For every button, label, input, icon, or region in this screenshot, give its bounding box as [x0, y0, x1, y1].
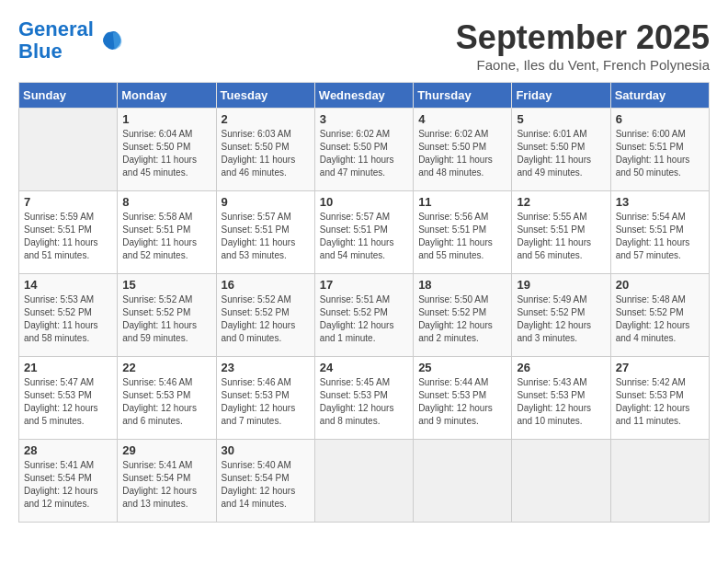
logo-icon: [97, 28, 123, 53]
day-number: 6: [616, 112, 704, 126]
day-info: Sunrise: 5:47 AMSunset: 5:53 PMDaylight:…: [24, 376, 112, 428]
day-number: 10: [320, 195, 408, 209]
day-info: Sunrise: 5:41 AMSunset: 5:54 PMDaylight:…: [122, 459, 210, 511]
calendar-day-cell: 5Sunrise: 6:01 AMSunset: 5:50 PMDaylight…: [512, 109, 610, 191]
day-info: Sunrise: 5:52 AMSunset: 5:52 PMDaylight:…: [222, 293, 310, 345]
title-block: September 2025 Faone, Iles du Vent, Fren…: [456, 18, 710, 73]
day-info: Sunrise: 5:44 AMSunset: 5:53 PMDaylight:…: [418, 376, 506, 428]
day-info: Sunrise: 5:54 AMSunset: 5:51 PMDaylight:…: [616, 211, 704, 262]
calendar-day-cell: 29Sunrise: 5:41 AMSunset: 5:54 PMDayligh…: [118, 440, 216, 523]
calendar-day-cell: 10Sunrise: 5:57 AMSunset: 5:51 PMDayligh…: [314, 191, 413, 274]
calendar-day-cell: 2Sunrise: 6:03 AMSunset: 5:50 PMDaylight…: [216, 109, 314, 191]
calendar-day-cell: 14Sunrise: 5:53 AMSunset: 5:52 PMDayligh…: [19, 274, 118, 357]
weekday-header: Thursday: [414, 83, 512, 109]
calendar-day-cell: [19, 109, 118, 191]
calendar-day-cell: 23Sunrise: 5:46 AMSunset: 5:53 PMDayligh…: [216, 357, 314, 440]
logo: General Blue: [18, 18, 123, 63]
calendar-day-cell: 30Sunrise: 5:40 AMSunset: 5:54 PMDayligh…: [216, 440, 314, 523]
calendar-day-cell: 3Sunrise: 6:02 AMSunset: 5:50 PMDaylight…: [314, 109, 413, 191]
calendar-day-cell: 28Sunrise: 5:41 AMSunset: 5:54 PMDayligh…: [19, 440, 118, 523]
day-number: 25: [418, 361, 506, 374]
calendar-day-cell: 22Sunrise: 5:46 AMSunset: 5:53 PMDayligh…: [118, 357, 216, 440]
page-header: General Blue September 2025 Faone, Iles …: [18, 18, 710, 73]
day-info: Sunrise: 5:49 AMSunset: 5:52 PMDaylight:…: [517, 293, 605, 345]
day-number: 8: [122, 195, 210, 209]
day-number: 26: [517, 361, 605, 374]
calendar-day-cell: 13Sunrise: 5:54 AMSunset: 5:51 PMDayligh…: [610, 191, 709, 274]
calendar-day-cell: 24Sunrise: 5:45 AMSunset: 5:53 PMDayligh…: [314, 357, 413, 440]
weekday-header: Sunday: [19, 83, 118, 109]
location-subtitle: Faone, Iles du Vent, French Polynesia: [456, 57, 710, 73]
calendar-day-cell: 9Sunrise: 5:57 AMSunset: 5:51 PMDaylight…: [216, 191, 314, 274]
weekday-header: Monday: [118, 83, 216, 109]
calendar-day-cell: 11Sunrise: 5:56 AMSunset: 5:51 PMDayligh…: [414, 191, 512, 274]
calendar-day-cell: 21Sunrise: 5:47 AMSunset: 5:53 PMDayligh…: [19, 357, 118, 440]
weekday-header: Friday: [512, 83, 610, 109]
day-number: 7: [24, 195, 112, 209]
calendar-week-row: 1Sunrise: 6:04 AMSunset: 5:50 PMDaylight…: [19, 109, 710, 191]
day-info: Sunrise: 5:57 AMSunset: 5:51 PMDaylight:…: [222, 211, 310, 262]
day-info: Sunrise: 6:02 AMSunset: 5:50 PMDaylight:…: [418, 128, 506, 179]
calendar-day-cell: 4Sunrise: 6:02 AMSunset: 5:50 PMDaylight…: [414, 109, 512, 191]
day-number: 9: [222, 195, 310, 209]
calendar-day-cell: 16Sunrise: 5:52 AMSunset: 5:52 PMDayligh…: [216, 274, 314, 357]
calendar-day-cell: [414, 440, 512, 523]
day-number: 20: [616, 278, 704, 292]
day-number: 4: [418, 112, 506, 126]
day-info: Sunrise: 5:51 AMSunset: 5:52 PMDaylight:…: [320, 293, 408, 345]
weekday-header: Saturday: [610, 83, 709, 109]
day-info: Sunrise: 6:03 AMSunset: 5:50 PMDaylight:…: [222, 128, 310, 179]
weekday-header: Tuesday: [216, 83, 314, 109]
day-info: Sunrise: 5:46 AMSunset: 5:53 PMDaylight:…: [222, 376, 310, 428]
month-title: September 2025: [456, 18, 710, 57]
day-number: 23: [222, 361, 310, 374]
calendar-table: SundayMondayTuesdayWednesdayThursdayFrid…: [18, 82, 710, 523]
day-number: 5: [517, 112, 605, 126]
weekday-header: Wednesday: [314, 83, 413, 109]
logo-text: General Blue: [18, 18, 94, 63]
day-number: 29: [122, 443, 210, 457]
day-number: 28: [24, 443, 112, 457]
calendar-week-row: 28Sunrise: 5:41 AMSunset: 5:54 PMDayligh…: [19, 440, 710, 523]
day-info: Sunrise: 5:53 AMSunset: 5:52 PMDaylight:…: [24, 293, 112, 345]
day-number: 12: [517, 195, 605, 209]
day-info: Sunrise: 5:58 AMSunset: 5:51 PMDaylight:…: [122, 211, 210, 262]
day-info: Sunrise: 5:40 AMSunset: 5:54 PMDaylight:…: [222, 459, 310, 511]
day-number: 3: [320, 112, 408, 126]
calendar-day-cell: 26Sunrise: 5:43 AMSunset: 5:53 PMDayligh…: [512, 357, 610, 440]
day-info: Sunrise: 5:57 AMSunset: 5:51 PMDaylight:…: [320, 211, 408, 262]
day-info: Sunrise: 5:48 AMSunset: 5:52 PMDaylight:…: [616, 293, 704, 345]
day-number: 21: [24, 361, 112, 374]
day-number: 2: [222, 112, 310, 126]
day-info: Sunrise: 6:04 AMSunset: 5:50 PMDaylight:…: [122, 128, 210, 179]
day-info: Sunrise: 5:50 AMSunset: 5:52 PMDaylight:…: [418, 293, 506, 345]
day-number: 22: [122, 361, 210, 374]
calendar-day-cell: 17Sunrise: 5:51 AMSunset: 5:52 PMDayligh…: [314, 274, 413, 357]
day-info: Sunrise: 5:52 AMSunset: 5:52 PMDaylight:…: [122, 293, 210, 345]
calendar-week-row: 21Sunrise: 5:47 AMSunset: 5:53 PMDayligh…: [19, 357, 710, 440]
day-info: Sunrise: 5:42 AMSunset: 5:53 PMDaylight:…: [616, 376, 704, 428]
day-number: 18: [418, 278, 506, 292]
day-info: Sunrise: 5:45 AMSunset: 5:53 PMDaylight:…: [320, 376, 408, 428]
day-number: 1: [122, 112, 210, 126]
day-info: Sunrise: 6:00 AMSunset: 5:51 PMDaylight:…: [616, 128, 704, 179]
day-number: 13: [616, 195, 704, 209]
day-number: 27: [616, 361, 704, 374]
calendar-day-cell: [610, 440, 709, 523]
calendar-day-cell: 12Sunrise: 5:55 AMSunset: 5:51 PMDayligh…: [512, 191, 610, 274]
calendar-day-cell: 6Sunrise: 6:00 AMSunset: 5:51 PMDaylight…: [610, 109, 709, 191]
day-info: Sunrise: 5:46 AMSunset: 5:53 PMDaylight:…: [122, 376, 210, 428]
day-number: 15: [122, 278, 210, 292]
day-info: Sunrise: 5:41 AMSunset: 5:54 PMDaylight:…: [24, 459, 112, 511]
calendar-day-cell: [314, 440, 413, 523]
day-number: 16: [222, 278, 310, 292]
day-number: 24: [320, 361, 408, 374]
calendar-week-row: 14Sunrise: 5:53 AMSunset: 5:52 PMDayligh…: [19, 274, 710, 357]
day-number: 14: [24, 278, 112, 292]
calendar-day-cell: 27Sunrise: 5:42 AMSunset: 5:53 PMDayligh…: [610, 357, 709, 440]
day-info: Sunrise: 6:02 AMSunset: 5:50 PMDaylight:…: [320, 128, 408, 179]
day-info: Sunrise: 5:55 AMSunset: 5:51 PMDaylight:…: [517, 211, 605, 262]
day-number: 11: [418, 195, 506, 209]
day-number: 30: [222, 443, 310, 457]
calendar-day-cell: 7Sunrise: 5:59 AMSunset: 5:51 PMDaylight…: [19, 191, 118, 274]
